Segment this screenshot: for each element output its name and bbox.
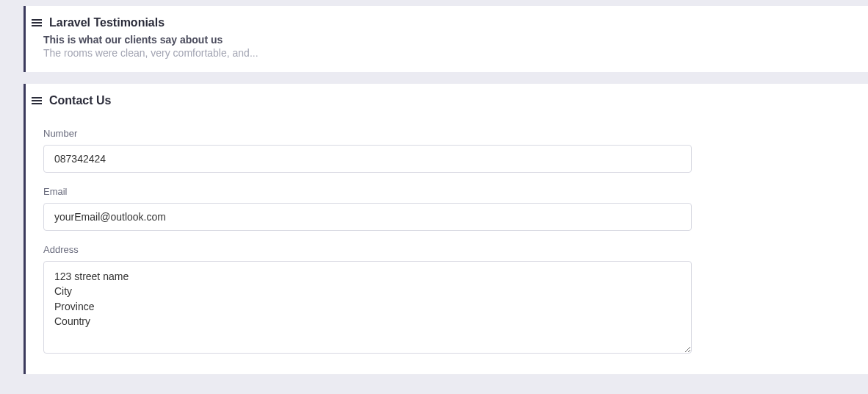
menu-icon[interactable] (32, 96, 42, 106)
panel-header-contact: Contact Us (26, 94, 853, 107)
panel-contact: Contact Us Number Email Address 123 stre… (23, 84, 868, 374)
form-group-email: Email (43, 186, 692, 231)
menu-icon[interactable] (32, 18, 42, 28)
input-email[interactable] (43, 203, 692, 231)
panel-body-contact: Number Email Address 123 street name Cit… (26, 128, 853, 357)
panel-title-testimonials: Laravel Testimonials (49, 16, 164, 29)
input-number[interactable] (43, 145, 692, 173)
label-address: Address (43, 244, 692, 255)
textarea-address[interactable]: 123 street name City Province Country (43, 261, 692, 354)
page-container: Laravel Testimonials This is what our cl… (0, 0, 868, 374)
testimonials-preview: The rooms were clean, very comfortable, … (43, 47, 839, 59)
label-number: Number (43, 128, 692, 139)
form-group-address: Address 123 street name City Province Co… (43, 244, 692, 357)
panel-body-testimonials: This is what our clients say about us Th… (26, 34, 853, 59)
form-group-number: Number (43, 128, 692, 173)
panel-testimonials: Laravel Testimonials This is what our cl… (23, 6, 868, 72)
testimonials-subtitle: This is what our clients say about us (43, 34, 839, 46)
panel-header-testimonials: Laravel Testimonials (26, 16, 853, 29)
panel-title-contact: Contact Us (49, 94, 111, 107)
label-email: Email (43, 186, 692, 197)
